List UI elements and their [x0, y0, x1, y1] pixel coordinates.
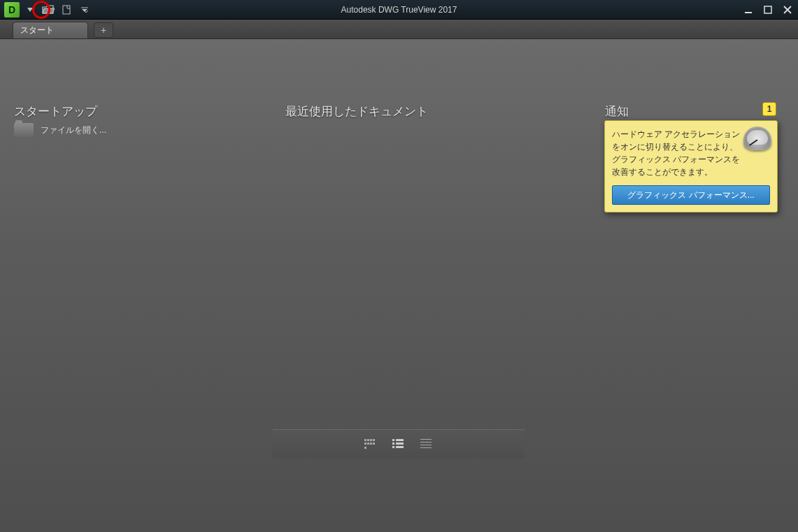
svg-rect-1: [745, 12, 752, 13]
open-file-icon[interactable]: [41, 3, 56, 17]
notification-count-badge[interactable]: 1: [762, 102, 776, 116]
view-details-icon[interactable]: [420, 439, 433, 450]
window-title: Autodesk DWG TrueView 2017: [0, 5, 798, 15]
notifications-section-title: 通知: [605, 103, 629, 120]
badge-count: 1: [767, 104, 772, 114]
qat-item-icon[interactable]: [59, 3, 74, 17]
notification-card: ハードウェア アクセラレーションをオンに切り替えることにより、グラフィックス パ…: [604, 120, 778, 213]
open-file-button[interactable]: ファイルを開く...: [14, 123, 106, 137]
open-file-label: ファイルを開く...: [41, 124, 106, 136]
qat-overflow-icon[interactable]: [77, 3, 92, 17]
minimize-button[interactable]: [742, 3, 755, 16]
view-list-icon[interactable]: [392, 439, 405, 450]
qat-dropdown-icon[interactable]: [22, 3, 38, 17]
tab-start[interactable]: スタート: [13, 22, 88, 38]
folder-icon: [14, 123, 34, 137]
notify-button-label: グラフィックス パフォーマンス...: [627, 190, 754, 200]
title-bar: Autodesk DWG TrueView 2017: [0, 0, 798, 20]
svg-rect-0: [63, 6, 70, 14]
quick-access-toolbar: [0, 2, 92, 17]
svg-rect-2: [764, 6, 771, 13]
app-menu-icon[interactable]: [4, 2, 20, 17]
gauge-icon: [743, 127, 771, 150]
startup-section-title: スタートアップ: [14, 103, 97, 120]
window-controls: [742, 0, 794, 20]
close-button[interactable]: [781, 3, 794, 16]
maximize-button[interactable]: [762, 3, 774, 16]
new-tab-button[interactable]: +: [94, 22, 113, 38]
tab-strip: スタート +: [0, 20, 798, 39]
recent-section-title: 最近使用したドキュメント: [285, 103, 428, 120]
view-grid-icon[interactable]: [364, 439, 377, 450]
view-mode-toolbar: [273, 429, 525, 459]
graphics-performance-button[interactable]: グラフィックス パフォーマンス...: [612, 185, 770, 205]
start-page: スタートアップ ファイルを開く... 最近使用したドキュメント 通知 1 ハード…: [0, 39, 798, 532]
tab-label: スタート: [20, 24, 54, 36]
